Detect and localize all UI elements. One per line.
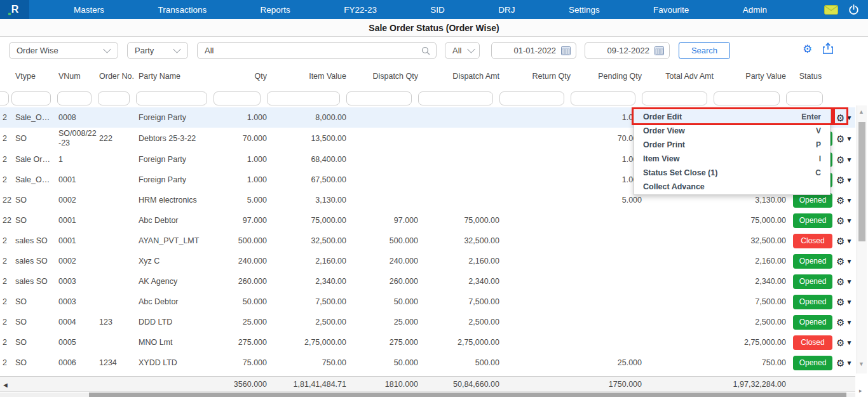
row-gear-icon[interactable]: ⚙: [836, 257, 844, 266]
filter-by-select[interactable]: Party: [127, 42, 188, 59]
return-qty-cell: [499, 280, 571, 283]
return-qty-cell: [499, 178, 571, 181]
nav-item-settings[interactable]: Settings: [569, 5, 600, 15]
vscroll-down-arrow[interactable]: ▼: [858, 361, 864, 367]
table-row[interactable]: 2 sales SO 0001 AYAN_PVT_LMT 500.000 32,…: [0, 231, 855, 251]
vtype-cell: SO: [11, 215, 57, 227]
total-adv-cell: [642, 219, 714, 222]
table-row[interactable]: 2 sales SO 0003 AK Agency 260.000 2,340.…: [0, 271, 855, 292]
filter-qty-input[interactable]: [214, 91, 261, 105]
filter-item-value-input[interactable]: [267, 91, 340, 105]
nav-item-sid[interactable]: SID: [430, 5, 445, 15]
filter-party-input[interactable]: [136, 91, 207, 105]
caret-down-icon[interactable]: ▼: [846, 134, 852, 144]
item-value-cell: 2,160.00: [267, 255, 346, 267]
table-row[interactable]: 2 SO 0006 1234 XYDD LTD 75.000 750.00 50…: [0, 353, 855, 373]
table-row[interactable]: 22 SO 0001 Abc Debtor 97.000 75,000.00 9…: [0, 210, 855, 231]
calendar-icon[interactable]: [654, 46, 664, 55]
row-gear-icon[interactable]: ⚙: [836, 155, 844, 165]
filter-vtype-input[interactable]: [11, 91, 51, 105]
caret-down-icon[interactable]: ▼: [846, 175, 852, 185]
menu-item-order-print[interactable]: Order PrintP: [634, 138, 830, 152]
table-row[interactable]: 2 SO 0004 123 DDD LTD 25.000 2,500.00 25…: [0, 312, 855, 332]
search-button[interactable]: Search: [679, 42, 730, 59]
hscroll-right-arrow[interactable]: ▸: [859, 387, 862, 394]
row-gear-icon[interactable]: ⚙: [836, 318, 844, 327]
table-row[interactable]: 2 sales SO 0002 Xyz C 240.000 2,160.00 2…: [0, 251, 855, 271]
table-row[interactable]: 2 SO 0003 Abc Debtor 50.000 7,500.00 50.…: [0, 292, 855, 312]
caret-down-icon[interactable]: ▼: [846, 277, 852, 286]
vscroll-up-arrow[interactable]: ▲: [858, 109, 864, 115]
order-no-cell: [98, 219, 136, 222]
nav-item-fy22-23[interactable]: FY22-23: [344, 5, 377, 15]
filter-order-no-input[interactable]: [98, 91, 130, 105]
menu-item-status-set-close-1-[interactable]: Status Set Close (1)C: [634, 166, 830, 180]
caret-down-icon[interactable]: ▼: [846, 338, 852, 347]
filter-return-qty-input[interactable]: [499, 91, 564, 105]
row-gear-icon[interactable]: ⚙: [836, 338, 844, 347]
menu-item-collect-advance[interactable]: Collect Advance: [634, 180, 830, 194]
power-icon[interactable]: [848, 4, 859, 15]
filter-dispatch-qty-input[interactable]: [346, 91, 412, 105]
nav-item-transactions[interactable]: Transactions: [158, 5, 207, 15]
filter-total-adv-input[interactable]: [642, 91, 707, 105]
caret-down-icon[interactable]: ▼: [846, 358, 852, 368]
table-row[interactable]: 2 SO 0005 MNO Lmt 275.000 2,75,000.00 27…: [0, 332, 855, 353]
nav-item-masters[interactable]: Masters: [74, 5, 104, 15]
settings-gear-icon[interactable]: ⚙: [803, 43, 812, 56]
filter-date-input[interactable]: [0, 91, 9, 105]
row-gear-icon[interactable]: ⚙: [836, 236, 844, 246]
party-value-cell: 3,130.00: [714, 194, 786, 206]
nav-item-drj[interactable]: DRJ: [498, 5, 515, 15]
horizontal-scrollbar[interactable]: [0, 393, 855, 397]
order-no-cell: 1234: [98, 357, 136, 369]
col-vnum: VNum: [57, 72, 98, 81]
row-gear-icon[interactable]: ⚙: [836, 297, 844, 307]
app-logo[interactable]: R: [0, 0, 29, 19]
row-gear-icon[interactable]: ⚙: [836, 358, 844, 368]
nav-item-admin[interactable]: Admin: [743, 5, 767, 15]
filter-status-input[interactable]: [786, 91, 823, 105]
to-date-input[interactable]: 09-12-2022: [585, 42, 670, 59]
menu-item-item-view[interactable]: Item ViewI: [634, 152, 830, 166]
dispatch-qty-cell: 275.000: [346, 337, 418, 349]
caret-down-icon[interactable]: ▼: [846, 236, 852, 246]
item-value-cell: 67,500.00: [267, 174, 346, 186]
filter-vnum-input[interactable]: [57, 91, 92, 105]
row-gear-icon[interactable]: ⚙: [836, 277, 844, 286]
caret-down-icon[interactable]: ▼: [846, 297, 852, 307]
filter-dispatch-amt-input[interactable]: [418, 91, 493, 105]
vscroll-thumb[interactable]: [858, 122, 865, 241]
vtype-cell: SO: [11, 337, 57, 349]
filter-party-value-input[interactable]: [714, 91, 780, 105]
nav-menu: MastersTransactionsReportsFY22-23SIDDRJS…: [29, 5, 824, 15]
total-dispatch-qty: 1810.000: [346, 380, 418, 389]
envelope-icon[interactable]: [824, 5, 838, 15]
report-type-select[interactable]: Order Wise: [9, 42, 118, 59]
row-gear-icon[interactable]: ⚙: [836, 216, 844, 225]
nav-item-favourite[interactable]: Favourite: [653, 5, 689, 15]
calendar-icon[interactable]: [561, 46, 571, 55]
vertical-scrollbar[interactable]: ▲ ▼: [857, 105, 867, 373]
nav-item-reports[interactable]: Reports: [261, 5, 290, 15]
caret-down-icon[interactable]: ▼: [846, 216, 852, 225]
return-qty-cell: [499, 321, 571, 323]
caret-down-icon[interactable]: ▼: [846, 257, 852, 266]
caret-down-icon[interactable]: ▼: [846, 196, 852, 205]
menu-item-order-view[interactable]: Order ViewV: [634, 124, 830, 138]
from-date-input[interactable]: 01-01-2022: [491, 42, 576, 59]
party-search-input[interactable]: All: [197, 42, 437, 59]
dispatch-qty-cell: 25.000: [346, 316, 418, 328]
scope-select[interactable]: All: [445, 42, 480, 59]
row-gear-icon[interactable]: ⚙: [836, 134, 844, 144]
caret-down-icon[interactable]: ▼: [846, 318, 852, 327]
hscroll-left-arrow[interactable]: ◄: [2, 381, 9, 389]
hscroll-thumb[interactable]: [89, 393, 846, 397]
caret-down-icon[interactable]: ▼: [846, 155, 852, 165]
export-icon[interactable]: [823, 43, 833, 54]
filter-pending-qty-input[interactable]: [571, 91, 635, 105]
menu-item-shortcut: C: [815, 168, 821, 177]
row-gear-icon[interactable]: ⚙: [836, 175, 844, 185]
row-gear-icon[interactable]: ⚙: [836, 196, 844, 205]
return-qty-cell: [499, 219, 571, 222]
